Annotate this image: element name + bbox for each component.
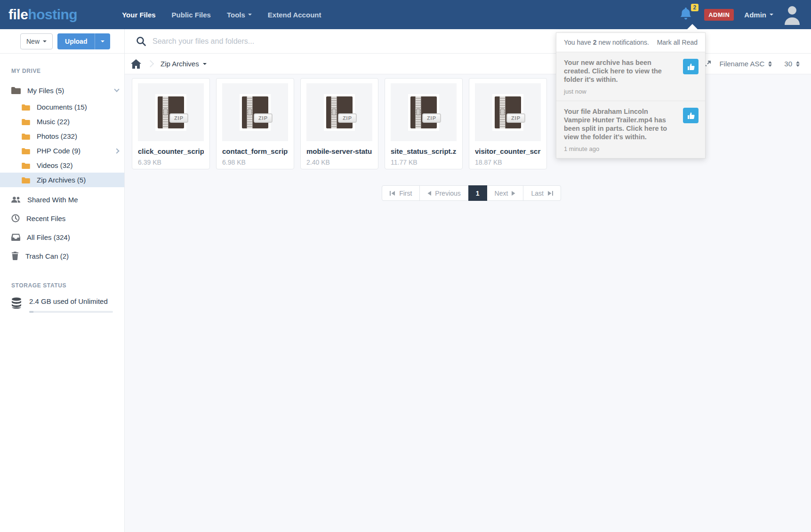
notification-item[interactable]: Your new archive has been created. Click… xyxy=(556,52,705,101)
sort-field-select[interactable]: Filename ASC xyxy=(719,60,772,68)
skip-first-icon xyxy=(390,191,395,196)
pagination-page-1-button[interactable]: 1 xyxy=(468,185,487,201)
pagination-previous-button[interactable]: Previous xyxy=(419,185,468,201)
sidebar-item-php-code[interactable]: PHP Code (9) xyxy=(0,143,124,158)
pagination-first-button[interactable]: First xyxy=(382,185,420,201)
search-bar xyxy=(125,29,811,54)
file-thumbnail: ZIP xyxy=(222,83,288,141)
file-card[interactable]: ZIP contact_form_script.... 6.98 KB xyxy=(216,78,294,169)
user-menu-label: Admin xyxy=(744,11,766,19)
summary-suffix: new notifications. xyxy=(597,39,649,46)
chevron-down-icon xyxy=(203,63,207,67)
app-logo[interactable]: filehosting xyxy=(8,7,77,23)
sidebar-item-trash-can[interactable]: Trash Can (2) xyxy=(0,246,124,265)
sidebar-item-videos[interactable]: Videos (32) xyxy=(0,158,124,173)
sidebar-item-music[interactable]: Music (22) xyxy=(0,114,124,129)
notification-item[interactable]: Your file Abraham Lincoln Vampire Hunter… xyxy=(556,101,705,158)
upload-button-label: Upload xyxy=(57,38,95,45)
sidebar-item-recent-files[interactable]: Recent Files xyxy=(0,209,124,228)
sidebar-item-my-files[interactable]: My Files (5) xyxy=(0,81,124,100)
nav-extend-account[interactable]: Extend Account xyxy=(268,11,321,19)
notifications-bell-button[interactable]: 2 xyxy=(680,7,694,23)
file-name: visitor_counter_scrip... xyxy=(475,147,541,155)
chevron-down-icon[interactable] xyxy=(114,87,119,92)
chevron-down-icon xyxy=(101,40,104,44)
pagination-last-button[interactable]: Last xyxy=(523,185,561,201)
file-card[interactable]: ZIP site_status_script.zip 11.77 KB xyxy=(385,78,463,169)
acknowledge-button[interactable] xyxy=(683,108,699,123)
zip-badge-label: ZIP xyxy=(338,113,357,123)
file-name: site_status_script.zip xyxy=(391,147,457,155)
storage-status-header: STORAGE STATUS xyxy=(0,282,124,289)
pagination-next-label: Next xyxy=(495,190,508,197)
avatar[interactable] xyxy=(784,4,801,25)
users-icon xyxy=(11,196,21,203)
sort-arrows-icon xyxy=(768,61,772,67)
sidebar-item-all-files[interactable]: All Files (324) xyxy=(0,228,124,246)
file-thumbnail: ZIP xyxy=(475,83,541,141)
chevron-down-icon xyxy=(770,14,773,17)
acknowledge-button[interactable] xyxy=(683,59,699,74)
folder-icon xyxy=(11,87,21,94)
previous-icon xyxy=(427,191,431,196)
folder-icon xyxy=(22,104,30,111)
pagination-next-button[interactable]: Next xyxy=(487,185,524,201)
pagination-previous-label: Previous xyxy=(435,190,460,197)
zip-file-icon: ZIP xyxy=(155,94,186,131)
zip-file-icon: ZIP xyxy=(240,94,271,131)
upload-button[interactable]: Upload xyxy=(57,33,110,49)
sidebar-item-shared-with-me[interactable]: Shared With Me xyxy=(0,190,124,209)
home-icon[interactable] xyxy=(131,59,141,69)
sidebar-item-zip-archives[interactable]: Zip Archives (5) xyxy=(0,173,124,187)
notification-time: 1 minute ago xyxy=(564,145,698,152)
sidebar-item-label: Documents (15) xyxy=(37,103,119,111)
file-card[interactable]: ZIP visitor_counter_scrip... 18.87 KB xyxy=(469,78,547,169)
zip-file-icon: ZIP xyxy=(324,94,355,131)
sidebar-item-label: Photos (232) xyxy=(37,132,119,140)
folder-icon xyxy=(22,119,30,125)
nav-tools[interactable]: Tools xyxy=(227,11,252,19)
nav-tools-label: Tools xyxy=(227,11,245,19)
folder-icon xyxy=(22,148,30,154)
thumbs-up-icon xyxy=(687,63,695,71)
list-controls: Filename ASC 30 xyxy=(719,60,800,68)
pagination-first-label: First xyxy=(399,190,412,197)
expand-icon[interactable] xyxy=(705,60,711,67)
breadcrumb-label: Zip Archives xyxy=(161,60,199,68)
database-icon xyxy=(11,297,22,310)
chevron-down-icon xyxy=(248,14,252,17)
pagination: First Previous 1 Next Last xyxy=(132,185,811,201)
navbar-right: 2 ADMIN Admin xyxy=(680,4,801,25)
sidebar-item-photos[interactable]: Photos (232) xyxy=(0,129,124,143)
per-page-value: 30 xyxy=(784,60,792,68)
file-card[interactable]: ZIP mobile-server-status... 2.40 KB xyxy=(300,78,378,169)
nav-your-files[interactable]: Your Files xyxy=(122,11,155,19)
zip-file-icon: ZIP xyxy=(492,94,523,131)
new-button[interactable]: New xyxy=(20,33,53,49)
sidebar-item-label: My Files (5) xyxy=(27,87,108,95)
sidebar-toolbar: New Upload xyxy=(0,29,124,54)
zip-badge-label: ZIP xyxy=(254,113,273,123)
sidebar-item-label: Videos (32) xyxy=(37,161,119,169)
drawer-icon xyxy=(11,234,20,241)
sidebar-item-label: Trash Can (2) xyxy=(25,252,119,260)
file-size: 6.98 KB xyxy=(222,159,288,166)
sidebar-item-documents[interactable]: Documents (15) xyxy=(0,100,124,114)
sidebar-item-label: Zip Archives (5) xyxy=(37,176,119,184)
top-navbar: filehosting Your Files Public Files Tool… xyxy=(0,0,811,29)
mark-all-read-link[interactable]: Mark all Read xyxy=(657,39,698,46)
nav-public-files[interactable]: Public Files xyxy=(172,11,211,19)
chevron-right-icon[interactable] xyxy=(114,148,119,153)
breadcrumb-current-folder[interactable]: Zip Archives xyxy=(161,60,207,68)
upload-split-toggle[interactable] xyxy=(95,33,110,49)
per-page-select[interactable]: 30 xyxy=(784,60,800,68)
pagination-group: First Previous 1 Next Last xyxy=(382,185,561,201)
zip-badge-label: ZIP xyxy=(422,113,441,123)
file-name: contact_form_script.... xyxy=(222,147,288,155)
clock-icon xyxy=(11,214,20,222)
folder-icon xyxy=(22,162,30,169)
admin-role-badge[interactable]: ADMIN xyxy=(704,9,734,21)
file-card[interactable]: ZIP click_counter_script.... 6.39 KB xyxy=(132,78,210,169)
thumbs-up-icon xyxy=(687,112,695,119)
user-menu[interactable]: Admin xyxy=(744,11,773,19)
